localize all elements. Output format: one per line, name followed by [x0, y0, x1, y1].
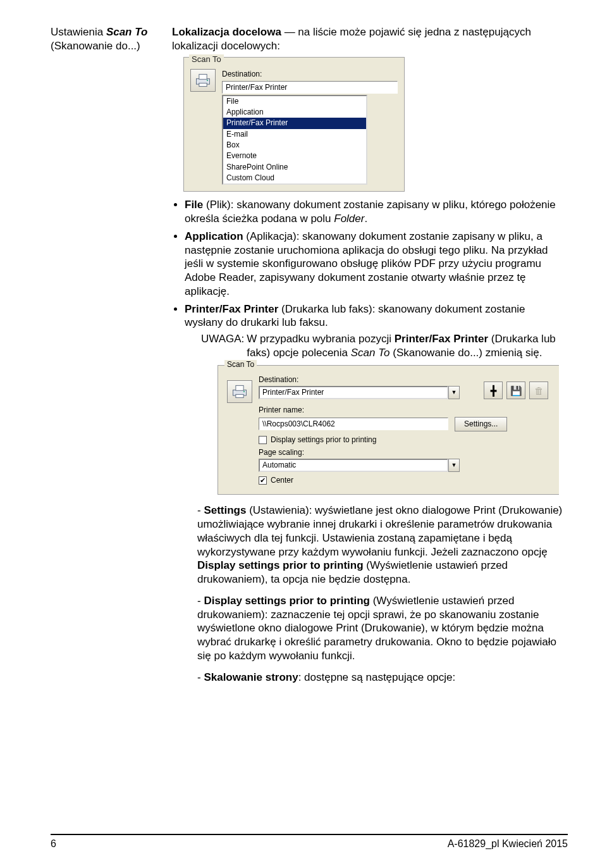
intro-paragraph: Lokalizacja docelowa — na liście może po… — [172, 25, 564, 53]
destination-label: Destination: — [222, 70, 398, 79]
save-button[interactable]: 💾 — [506, 381, 525, 399]
b1-rest: (Plik): skanowany dokument zostanie zapi… — [185, 199, 556, 225]
svg-point-7 — [243, 391, 245, 392]
sub-settings: Settings (Ustawienia): wyświetlane jest … — [197, 504, 564, 586]
printer-name-field: \\Rocps003\CLR4062 — [259, 418, 448, 430]
printer-icon — [190, 69, 216, 92]
center-label: Center — [271, 476, 293, 485]
scan-to-legend2: Scan To — [224, 360, 257, 369]
display-prior-checkbox[interactable] — [259, 436, 267, 444]
list-item[interactable]: Evernote — [223, 151, 366, 161]
bullet-printer-fax: Printer/Fax Printer (Drukarka lub faks):… — [185, 302, 564, 685]
s1-rest: (Ustawienia): wyświetlane jest okno dial… — [197, 504, 562, 557]
list-item[interactable]: File — [223, 96, 366, 107]
svg-rect-5 — [236, 386, 243, 391]
b3-bold: Printer/Fax Printer — [185, 303, 278, 315]
dropdown-arrow-icon[interactable]: ▼ — [448, 459, 460, 472]
plus-icon: ╋ — [491, 385, 496, 397]
scan-to-groupbox-expanded: Scan To Destination: Printer/Fax Printer — [218, 365, 559, 495]
sub-skalowanie: Skalowanie strony: dostępne są następują… — [197, 671, 564, 685]
heading-italic: Scan To — [106, 26, 148, 38]
heading-part1: Ustawienia — [51, 26, 106, 38]
destination-value-field: Printer/Fax Printer — [222, 81, 398, 94]
note-c: (Skanowanie do...) zmienią się. — [390, 347, 543, 359]
b2-bold: Application — [185, 230, 243, 242]
center-checkbox[interactable]: ✔ — [259, 476, 267, 485]
s3-rest: : dostępne są następujące opcje: — [298, 671, 456, 683]
note-body: W przypadku wybrania pozycji Printer/Fax… — [247, 332, 564, 360]
s2-bold: Display settings prior to printing — [204, 595, 370, 607]
printer-name-label: Printer name: — [259, 406, 559, 415]
sub-display-prior: Display settings prior to printing (Wyśw… — [197, 594, 564, 663]
sub-bullet-list: Settings (Ustawienia): wyświetlane jest … — [197, 504, 564, 684]
page-scaling-dropdown[interactable]: Automatic — [259, 459, 448, 472]
page-number: 6 — [51, 838, 56, 850]
svg-rect-6 — [236, 395, 243, 398]
s1-bold2: Display settings prior to printing — [197, 559, 364, 571]
destination-listbox[interactable]: File Application Printer/Fax Printer E-m… — [222, 95, 367, 185]
b1-end: . — [364, 213, 367, 225]
s1-bold: Settings — [204, 504, 246, 516]
list-item[interactable]: Box — [223, 140, 366, 151]
page-scaling-label: Page scaling: — [259, 448, 559, 457]
add-button[interactable]: ╋ — [484, 381, 503, 399]
list-item[interactable]: Application — [223, 107, 366, 118]
note-a: W przypadku wybrania pozycji — [247, 333, 394, 345]
dropdown-arrow-icon[interactable]: ▼ — [448, 386, 460, 399]
intro-bold: Lokalizacja docelowa — [172, 26, 281, 38]
bullet-application: Application (Aplikacja): skanowany dokum… — [185, 230, 564, 299]
svg-point-3 — [207, 80, 208, 81]
heading-part2: (Skanowanie do...) — [51, 40, 140, 52]
bullet-file: File (Plik): skanowany dokument zostanie… — [185, 198, 564, 226]
settings-button[interactable]: Settings... — [455, 417, 507, 431]
display-prior-label: Display settings prior to printing — [271, 435, 376, 445]
destination-label2: Destination: — [259, 375, 474, 385]
destination-dropdown[interactable]: Printer/Fax Printer — [259, 386, 448, 399]
bullet-list: File (Plik): skanowany dokument zostanie… — [185, 198, 564, 684]
delete-button[interactable]: 🗑 — [529, 381, 548, 399]
note-bold: Printer/Fax Printer — [395, 333, 488, 345]
note-label: UWAGA: — [201, 332, 244, 360]
section-heading-left: Ustawienia Scan To (Skanowanie do...) — [51, 25, 163, 691]
svg-rect-2 — [199, 83, 207, 86]
b1-bold: File — [185, 199, 203, 211]
trash-icon: 🗑 — [534, 385, 544, 397]
floppy-icon: 💾 — [510, 385, 522, 397]
list-item[interactable]: E-mail — [223, 129, 366, 140]
note-block: UWAGA: W przypadku wybrania pozycji Prin… — [201, 332, 564, 360]
printer-icon — [227, 380, 252, 403]
note-italic: Scan To — [351, 347, 390, 359]
doc-id-date: A-61829_pl Kwiecień 2015 — [448, 838, 568, 850]
s3-bold: Skalowanie strony — [204, 671, 298, 683]
scan-to-legend: Scan To — [189, 54, 224, 65]
list-item-selected[interactable]: Printer/Fax Printer — [223, 118, 366, 128]
list-item[interactable]: Custom Cloud — [223, 173, 366, 183]
b1-italic: Folder — [334, 213, 364, 225]
svg-rect-1 — [199, 74, 207, 79]
scan-to-groupbox: Scan To Destination: Printer/Fax Printer… — [183, 57, 405, 192]
list-item[interactable]: SharePoint Online — [223, 162, 366, 173]
